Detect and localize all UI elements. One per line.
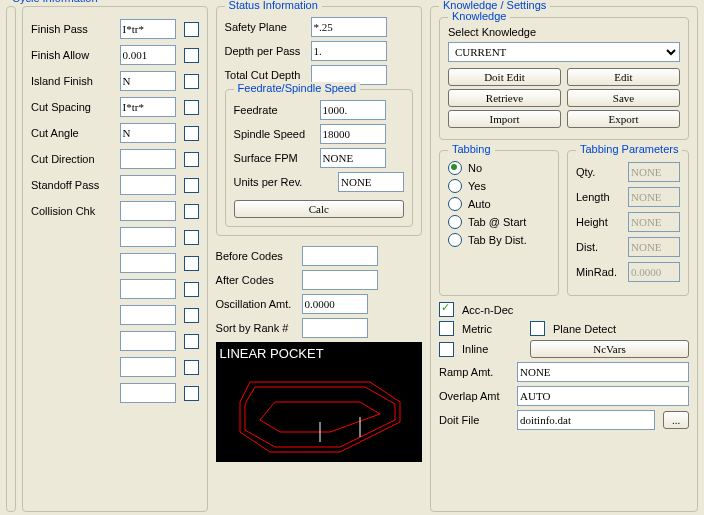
before-codes-label: Before Codes [216,250,296,262]
knowledge-select[interactable]: CURRENT [448,42,680,62]
cycle-check-12[interactable] [184,334,199,349]
upr-label: Units per Rev. [234,176,314,188]
cycle-check-10[interactable] [184,282,199,297]
ramp-input[interactable] [517,362,689,382]
cycle-check-6[interactable] [184,178,199,193]
doit-file-input[interactable] [517,410,655,430]
cycle-label: Collision Chk [31,205,101,217]
preview-panel: LINEAR POCKET [216,342,422,462]
cycle-check-1[interactable] [184,48,199,63]
save-button[interactable]: Save [567,89,680,107]
spindle-label: Spindle Speed [234,128,314,140]
preview-text: LINEAR POCKET [220,346,324,361]
cycle-check-13[interactable] [184,360,199,375]
cycle-check-5[interactable] [184,152,199,167]
export-button[interactable]: Export [567,110,680,128]
metric-check[interactable] [439,321,454,336]
cycle-check-3[interactable] [184,100,199,115]
tabparams-title: Tabbing Parameters [576,143,682,155]
overlap-input[interactable] [517,386,689,406]
cycle-label: Cut Spacing [31,101,101,113]
pocket-preview-icon [220,372,420,462]
cycle-input-1[interactable] [120,45,176,65]
spindle-input[interactable] [320,124,386,144]
tabbing-params-group: Tabbing Parameters Qty. Length Height Di… [567,150,689,296]
ramp-label: Ramp Amt. [439,366,509,378]
cycle-input-14[interactable] [120,383,176,403]
total-label: Total Cut Depth [225,69,305,81]
osc-label: Oscillation Amt. [216,298,296,310]
osc-input[interactable] [302,294,368,314]
cycle-input-2[interactable] [120,71,176,91]
feedrate-input[interactable] [320,100,386,120]
tabbing-start-label: Tab @ Start [468,216,526,228]
cycle-check-9[interactable] [184,256,199,271]
depth-label: Depth per Pass [225,45,305,57]
cycle-input-13[interactable] [120,357,176,377]
cycle-input-7[interactable] [120,201,176,221]
fpm-input[interactable] [320,148,386,168]
cycle-input-12[interactable] [120,331,176,351]
calc-button[interactable]: Calc [234,200,404,218]
cycle-check-4[interactable] [184,126,199,141]
cycle-label: Cut Direction [31,153,101,165]
tabbing-yes-label: Yes [468,180,486,192]
after-codes-input[interactable] [302,270,378,290]
safety-plane-label: Safety Plane [225,21,305,33]
browse-button[interactable]: ... [663,411,689,429]
import-button[interactable]: Import [448,110,561,128]
upr-input[interactable] [338,172,404,192]
height-label: Height [576,216,622,228]
cycle-check-2[interactable] [184,74,199,89]
dist-label: Dist. [576,241,622,253]
cycle-input-3[interactable] [120,97,176,117]
cycle-input-6[interactable] [120,175,176,195]
cycle-input-11[interactable] [120,305,176,325]
cycle-input-9[interactable] [120,253,176,273]
doit-edit-button[interactable]: Doit Edit [448,68,561,86]
doit-file-label: Doit File [439,414,509,426]
safety-plane-input[interactable] [311,17,387,37]
plane-label: Plane Detect [553,323,616,335]
ncvars-button[interactable]: NcVars [530,340,689,358]
tabbing-no-radio[interactable] [448,161,462,175]
acc-check[interactable]: ✓ [439,302,454,317]
cycle-check-14[interactable] [184,386,199,401]
minrad-input [628,262,680,282]
cycle-input-5[interactable] [120,149,176,169]
plane-check[interactable] [530,321,545,336]
len-input [628,187,680,207]
acc-label: Acc-n-Dec [462,304,513,316]
retrieve-button[interactable]: Retrieve [448,89,561,107]
feedrate-group: Feedrate/Spindle Speed Feedrate Spindle … [225,89,413,227]
qty-input [628,162,680,182]
tabbing-yes-radio[interactable] [448,179,462,193]
cycle-input-8[interactable] [120,227,176,247]
cycle-check-7[interactable] [184,204,199,219]
select-knowledge-label: Select Knowledge [448,26,680,38]
cycle-input-4[interactable] [120,123,176,143]
tabbing-title: Tabbing [448,143,495,155]
height-input [628,212,680,232]
metric-label: Metric [462,323,522,335]
feedrate-label: Feedrate [234,104,314,116]
sort-input[interactable] [302,318,368,338]
tabbing-dist-radio[interactable] [448,233,462,247]
inline-check[interactable] [439,342,454,357]
cycle-check-0[interactable] [184,22,199,37]
knowledge-title: Knowledge [448,10,510,22]
cycle-label: Island Finish [31,75,101,87]
qty-label: Qty. [576,166,622,178]
depth-input[interactable] [311,41,387,61]
left-strip [6,6,16,512]
status-title: Status Information [225,0,322,11]
before-codes-input[interactable] [302,246,378,266]
cycle-check-11[interactable] [184,308,199,323]
tabbing-auto-radio[interactable] [448,197,462,211]
sort-label: Sort by Rank # [216,322,296,334]
cycle-input-10[interactable] [120,279,176,299]
tabbing-start-radio[interactable] [448,215,462,229]
edit-button[interactable]: Edit [567,68,680,86]
cycle-input-0[interactable] [120,19,176,39]
cycle-check-8[interactable] [184,230,199,245]
